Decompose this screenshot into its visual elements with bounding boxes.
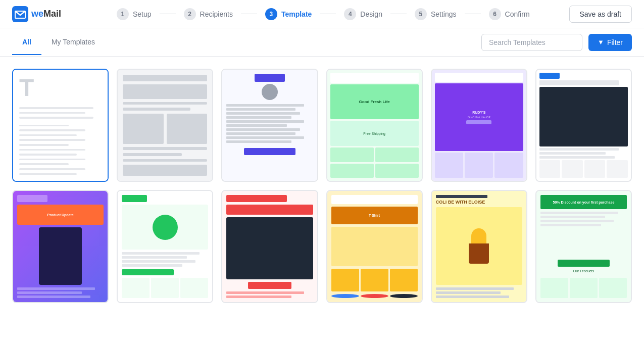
nav-step-num-setup: 1 <box>117 8 129 20</box>
template-thumb-12: 50% Discount on your first purchase Our … <box>536 191 631 302</box>
nav-step-label-recipients: Recipients <box>200 10 233 18</box>
save-draft-button[interactable]: Save as draft <box>569 6 632 23</box>
template-thumb-5: RUDY'S Don't Put this Off <box>432 70 526 181</box>
template-card-3[interactable] <box>221 69 318 182</box>
template-card-6[interactable] <box>535 69 632 182</box>
nav-steps: 1 Setup 2 Recipients 3 Template 4 Design… <box>77 8 569 20</box>
tab-all[interactable]: All <box>12 30 41 55</box>
nav-step-num-design: 4 <box>344 8 356 20</box>
tabs-bar: All My Templates ▼ Filter <box>0 28 644 57</box>
template-card-10[interactable]: T-Shirt <box>326 190 423 303</box>
search-input[interactable] <box>481 34 582 51</box>
template-thumb-11: COLI BE WITH ELOISE <box>432 191 526 302</box>
nav-step-confirm[interactable]: 6 Confirm <box>481 8 538 20</box>
templates-container: T <box>0 57 644 344</box>
template-thumb-10: T-Shirt <box>327 191 422 302</box>
template-card-2[interactable] <box>117 69 213 182</box>
step-separator-4 <box>390 14 407 14</box>
header: weMail 1 Setup 2 Recipients 3 Template 4… <box>0 0 644 28</box>
search-wrapper <box>481 34 582 51</box>
template-thumb-2 <box>118 70 212 181</box>
template-thumb-6 <box>536 70 631 181</box>
filter-icon: ▼ <box>598 38 604 46</box>
nav-step-label-design: Design <box>360 10 382 18</box>
template-card-8[interactable] <box>117 190 213 303</box>
nav-step-num-settings: 5 <box>415 8 427 20</box>
nav-step-settings[interactable]: 5 Settings <box>407 8 465 20</box>
template-card-1[interactable]: T <box>12 69 109 182</box>
nav-step-template[interactable]: 3 Template <box>257 8 320 20</box>
logo[interactable]: weMail <box>12 6 61 22</box>
template-card-9[interactable] <box>221 190 318 303</box>
tabs-right-controls: ▼ Filter <box>481 34 632 51</box>
nav-step-num-template: 3 <box>265 8 277 20</box>
tab-my-templates[interactable]: My Templates <box>41 30 105 55</box>
template-card-11[interactable]: COLI BE WITH ELOISE <box>431 190 527 303</box>
step-separator-2 <box>241 14 257 14</box>
nav-step-recipients[interactable]: 2 Recipients <box>176 8 241 20</box>
template-card-12[interactable]: 50% Discount on your first purchase Our … <box>535 190 632 303</box>
nav-step-num-confirm: 6 <box>489 8 501 20</box>
template-card-7[interactable]: Product Update <box>12 190 109 303</box>
template-thumb-9 <box>222 191 317 302</box>
step-separator-1 <box>160 14 176 14</box>
nav-step-num-recipients: 2 <box>184 8 196 20</box>
template-thumb-1: T <box>13 70 108 181</box>
filter-button[interactable]: ▼ Filter <box>588 34 632 51</box>
nav-step-design[interactable]: 4 Design <box>336 8 390 20</box>
templates-grid: T <box>12 69 632 303</box>
step-separator-5 <box>465 14 481 14</box>
template-card-5[interactable]: RUDY'S Don't Put this Off <box>431 69 527 182</box>
template-thumb-4: Good Fresh Life Free Shipping <box>327 70 422 181</box>
template-card-4[interactable]: Good Fresh Life Free Shipping <box>326 69 423 182</box>
template-thumb-8 <box>118 191 212 302</box>
logo-icon <box>12 6 28 22</box>
nav-step-label-setup: Setup <box>133 10 152 18</box>
nav-step-setup[interactable]: 1 Setup <box>109 8 160 20</box>
nav-step-label-settings: Settings <box>431 10 457 18</box>
template-thumb-7: Product Update <box>13 191 108 302</box>
tab-list: All My Templates <box>12 30 105 55</box>
nav-step-label-confirm: Confirm <box>505 10 530 18</box>
nav-step-label-template: Template <box>281 10 312 18</box>
svg-rect-0 <box>12 6 28 22</box>
step-separator-3 <box>320 14 336 14</box>
template-thumb-3 <box>222 70 317 181</box>
logo-text: weMail <box>31 9 61 19</box>
